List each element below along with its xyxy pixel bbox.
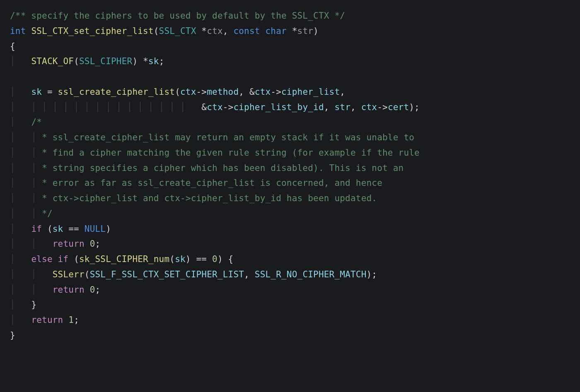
- indent-guide: │: [10, 209, 31, 219]
- op-eq: ==: [196, 254, 207, 264]
- lparen: (: [74, 254, 79, 264]
- var-name: str: [334, 102, 350, 112]
- var-name: ctx: [361, 102, 377, 112]
- comma: ,: [324, 102, 329, 112]
- keyword-if: if: [58, 254, 69, 264]
- rparen: ): [106, 224, 111, 234]
- const-name: SSL_F_SSL_CTX_SET_CIPHER_LIST: [90, 269, 244, 279]
- indent-guide: │: [31, 209, 36, 219]
- keyword-else: else: [31, 254, 52, 264]
- indent-guide: │: [31, 148, 36, 158]
- semi: ;: [372, 269, 377, 279]
- keyword-return: return: [53, 239, 85, 249]
- semi: ;: [159, 56, 164, 66]
- indent-guide: │: [10, 315, 31, 325]
- comment-line: * ctx->cipher_list and ctx->cipher_list_…: [36, 193, 377, 203]
- member: cert: [388, 102, 409, 112]
- type-name: SSL_CIPHER: [79, 56, 132, 66]
- var-name: ctx: [180, 87, 196, 97]
- num-literal: 0: [90, 239, 95, 249]
- brace-open: {: [10, 41, 15, 51]
- comment-line: * ssl_create_cipher_list may return an e…: [36, 132, 414, 142]
- comment-line: */: [36, 209, 53, 219]
- lparen: (: [85, 269, 90, 279]
- op-amp: &: [249, 87, 255, 97]
- num-literal: 0: [90, 285, 95, 295]
- indent-guide: │: [10, 178, 31, 188]
- lparen: (: [74, 56, 79, 66]
- comment-line: * string specifies a cipher which has be…: [36, 163, 404, 173]
- keyword-char: char: [265, 26, 286, 36]
- comma: ,: [223, 26, 228, 36]
- var-name: ctx: [255, 87, 271, 97]
- member: method: [207, 87, 239, 97]
- comma: ,: [244, 269, 249, 279]
- indent-guide: │ │: [10, 269, 53, 279]
- op-arrow: ->: [196, 87, 207, 97]
- lparen: (: [169, 254, 175, 264]
- indent-guide: │: [10, 117, 31, 127]
- comment-line: /** specify the ciphers to be used by de…: [10, 11, 345, 21]
- param-type: SSL_CTX: [159, 26, 196, 36]
- macro-call: STACK_OF: [31, 56, 74, 66]
- keyword-return: return: [53, 285, 85, 295]
- op-arrow: ->: [223, 102, 234, 112]
- op-assign: =: [47, 87, 53, 97]
- return-type: int: [10, 26, 26, 36]
- comma: ,: [350, 102, 356, 112]
- indent-guide: │: [10, 163, 31, 173]
- comment-line: * error as far as ssl_create_cipher_list…: [36, 178, 382, 188]
- indent-guide: │: [10, 132, 31, 142]
- lparen: (: [175, 87, 180, 97]
- func-call: SSLerr: [53, 269, 85, 279]
- indent-guide: │: [31, 132, 36, 142]
- indent-guide: │: [10, 56, 31, 66]
- code-block: /** specify the ciphers to be used by de…: [10, 8, 570, 343]
- rparen: ): [313, 26, 319, 36]
- lparen: (: [154, 26, 159, 36]
- brace-open: {: [228, 254, 234, 264]
- brace-close: }: [31, 300, 36, 310]
- rparen: ): [218, 254, 223, 264]
- func-call: sk_SSL_CIPHER_num: [79, 254, 169, 264]
- indent-guide: │ │: [10, 285, 53, 295]
- op-amp: &: [201, 102, 207, 112]
- member: cipher_list_by_id: [233, 102, 324, 112]
- semi: ;: [95, 239, 101, 249]
- num-literal: 0: [212, 254, 218, 264]
- rparen: ): [367, 269, 372, 279]
- null-literal: NULL: [85, 224, 106, 234]
- rparen: ): [132, 56, 138, 66]
- num-literal: 1: [68, 315, 74, 325]
- var-name: ctx: [207, 102, 223, 112]
- indent-guide: │: [31, 193, 36, 203]
- comment-line: /*: [31, 117, 42, 127]
- rparen: ): [409, 102, 414, 112]
- star: *: [143, 56, 148, 66]
- indent-guide: │: [10, 87, 31, 97]
- semi: ;: [74, 315, 79, 325]
- member: cipher_list: [281, 87, 340, 97]
- op-eq: ==: [68, 224, 79, 234]
- star: *: [292, 26, 297, 36]
- semi: ;: [95, 285, 101, 295]
- indent-guide: │: [31, 178, 36, 188]
- rparen: ): [186, 254, 191, 264]
- param-name: ctx: [207, 26, 223, 36]
- indent-guide: │: [10, 254, 31, 264]
- comment-line: * find a cipher matching the given rule …: [36, 148, 420, 158]
- comma: ,: [340, 87, 345, 97]
- param-name: str: [297, 26, 314, 36]
- op-arrow: ->: [377, 102, 388, 112]
- const-name: SSL_R_NO_CIPHER_MATCH: [255, 269, 367, 279]
- indent-guide: │: [31, 163, 36, 173]
- func-call: ssl_create_cipher_list: [58, 87, 175, 97]
- var-name: sk: [175, 254, 186, 264]
- indent-guide: │: [10, 148, 31, 158]
- var-name: sk: [53, 224, 63, 234]
- indent-guide: │: [10, 300, 31, 310]
- lparen: (: [47, 224, 53, 234]
- var-name: sk: [31, 87, 42, 97]
- function-name: SSL_CTX_set_cipher_list: [31, 26, 153, 36]
- star: *: [201, 26, 207, 36]
